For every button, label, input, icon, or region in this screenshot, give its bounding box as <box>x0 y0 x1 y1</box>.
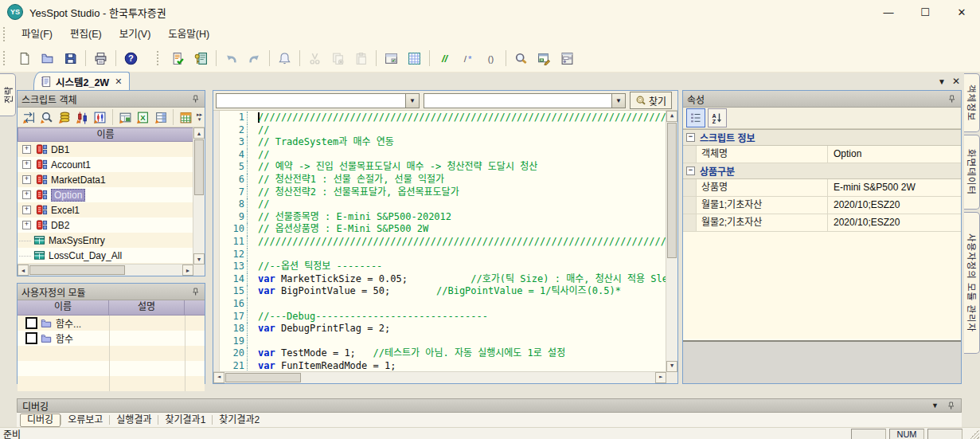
property-value[interactable]: 2020/10;ESZ20 <box>828 197 961 214</box>
module-row[interactable]: 함수... <box>18 316 205 331</box>
pin-icon[interactable] <box>947 94 957 104</box>
property-row[interactable]: 객체명Option <box>683 146 961 163</box>
scroll-up-icon[interactable]: ▲ <box>666 111 677 122</box>
debug-tab-3[interactable]: 실행결과 <box>110 414 158 426</box>
property-value[interactable]: 2020/10;ESZ20 <box>828 214 961 231</box>
tree-vertical-scrollbar[interactable]: ▲ ▼ <box>193 127 205 265</box>
menu-item[interactable]: 도움말(H) <box>159 24 218 45</box>
module-column-description[interactable]: 설명 <box>109 300 185 315</box>
menu-item[interactable]: 보기(V) <box>111 24 160 45</box>
search-object-button[interactable] <box>37 108 55 127</box>
categorized-view-button[interactable] <box>686 108 705 127</box>
scroll-down-icon[interactable]: ▼ <box>666 361 677 372</box>
property-value[interactable]: Option <box>828 146 961 163</box>
expand-icon[interactable]: + <box>22 145 31 154</box>
account-coins-button[interactable] <box>56 108 73 127</box>
toolbar-overflow-button[interactable]: ▸▸▾ <box>195 112 205 122</box>
chart-box-button[interactable] <box>92 108 109 127</box>
collapse-icon[interactable]: − <box>686 167 695 175</box>
comment-line-button[interactable]: // <box>434 48 455 69</box>
debug-tab-5[interactable]: 찾기결과2 <box>213 414 266 426</box>
property-row[interactable]: 월물2;기초자산2020/10;ESZ20 <box>683 214 961 232</box>
pin-icon[interactable] <box>946 401 956 411</box>
chevron-down-icon[interactable]: ▼ <box>611 94 625 108</box>
toolbar-grip[interactable] <box>3 51 9 65</box>
table-chart-button[interactable] <box>116 108 134 127</box>
order-link-button[interactable] <box>20 108 37 127</box>
excel-link-button[interactable]: X <box>135 108 152 127</box>
tree-item-excel1[interactable]: +Excel1 <box>18 202 193 218</box>
alarm-button[interactable] <box>274 48 295 69</box>
property-row[interactable]: 상품명E-mini S&P500 2W <box>683 179 961 197</box>
scroll-down-icon[interactable]: ▼ <box>193 253 205 265</box>
scroll-left-icon[interactable]: ◄ <box>213 372 225 383</box>
scroll-up-icon[interactable]: ▲ <box>193 127 205 139</box>
menu-item[interactable]: 편집(E) <box>61 24 111 45</box>
debug-tab-4[interactable]: 찾기결과1 <box>158 414 212 426</box>
undo-button[interactable] <box>221 48 242 69</box>
expand-icon[interactable]: + <box>22 175 31 184</box>
comment-block-button[interactable]: /* <box>457 48 478 69</box>
expand-icon[interactable]: + <box>22 160 31 169</box>
db-table-button[interactable] <box>152 108 170 127</box>
redo-button[interactable] <box>244 48 265 69</box>
grid-view-button[interactable] <box>404 48 425 69</box>
tab-close-icon[interactable]: ✕ <box>115 76 122 87</box>
edge-tab-1[interactable]: 객체정보 <box>964 73 980 132</box>
find-button[interactable]: 찾기 <box>630 92 672 109</box>
split-layout-button[interactable] <box>381 48 402 69</box>
alphabetic-sort-button[interactable]: AZ <box>708 108 727 127</box>
calendar-grid-button[interactable] <box>177 108 194 127</box>
tree-item-maxsysentry[interactable]: MaxSysEntry <box>18 233 193 248</box>
collapse-icon[interactable]: ▼ <box>931 402 939 410</box>
edge-tab-strategy[interactable]: 전략 <box>0 73 16 116</box>
save-button[interactable] <box>60 48 81 69</box>
scroll-left-icon[interactable]: ◄ <box>18 265 29 276</box>
toolbar-grip[interactable] <box>3 27 9 41</box>
code-editor[interactable]: 1///////////////////////////////////////… <box>213 111 677 383</box>
editor-vertical-scrollbar[interactable]: ▲ ▼ <box>666 111 677 372</box>
debug-tab-1[interactable]: 디버깅 <box>20 414 61 427</box>
dialog-editor-button[interactable] <box>533 48 555 69</box>
tab-system2-2w[interactable]: 시스템2_2W ✕ <box>33 72 130 90</box>
module-row[interactable]: 함수 <box>18 331 205 346</box>
debug-tab-2[interactable]: 오류보고 <box>61 414 109 426</box>
module-checkbox[interactable] <box>25 332 37 344</box>
parentheses-button[interactable]: () <box>480 48 502 69</box>
collapse-icon[interactable]: − <box>686 133 695 142</box>
tree-item-db1[interactable]: +DB1 <box>18 142 193 157</box>
open-file-button[interactable] <box>37 48 58 69</box>
object-browser-button[interactable] <box>556 48 578 69</box>
maximize-button[interactable]: ☐ <box>907 0 943 24</box>
editor-horizontal-scrollbar[interactable]: ◄ ► <box>213 371 666 383</box>
edge-tab-3[interactable]: 사용자정의 모듈 관리자 <box>964 212 980 354</box>
tree-item-option[interactable]: +Option <box>18 187 193 202</box>
property-group[interactable]: −상품구분 <box>683 163 961 179</box>
pin-icon[interactable] <box>190 287 201 297</box>
expand-icon[interactable]: + <box>22 221 31 229</box>
tree-item-marketdata1[interactable]: +MarketData1 <box>18 172 193 187</box>
resize-grip[interactable] <box>970 429 979 439</box>
scroll-right-icon[interactable]: ► <box>182 265 193 276</box>
module-column-name[interactable]: 이름 <box>18 300 109 315</box>
tree-item-db2[interactable]: +DB2 <box>18 218 193 233</box>
minimize-button[interactable]: — <box>870 0 907 24</box>
verify-script-button[interactable] <box>167 48 189 69</box>
module-checkbox[interactable] <box>25 317 37 329</box>
tab-scroll-down-icon[interactable]: ▼ <box>938 77 946 86</box>
property-value[interactable]: E-mini S&P500 2W <box>828 179 961 196</box>
help-button[interactable]: ? <box>120 48 142 69</box>
tree-item-losscut_day_all[interactable]: LossCut_Day_All <box>18 248 193 263</box>
toolbar-grip[interactable] <box>157 51 162 65</box>
tree-item-account1[interactable]: +Account1 <box>18 157 193 172</box>
tree-column-header[interactable]: 이름 <box>18 127 193 142</box>
expand-icon[interactable]: + <box>22 206 31 214</box>
expand-icon[interactable]: + <box>22 190 31 199</box>
pin-icon[interactable] <box>190 94 201 104</box>
event-combo[interactable]: ▼ <box>424 93 626 108</box>
property-group[interactable]: −스크립트 정보 <box>683 130 961 146</box>
chevron-down-icon[interactable]: ▼ <box>405 94 419 108</box>
close-button[interactable]: ✕ <box>943 0 980 24</box>
find-in-script-button[interactable] <box>510 48 532 69</box>
scroll-right-icon[interactable]: ► <box>655 372 666 383</box>
